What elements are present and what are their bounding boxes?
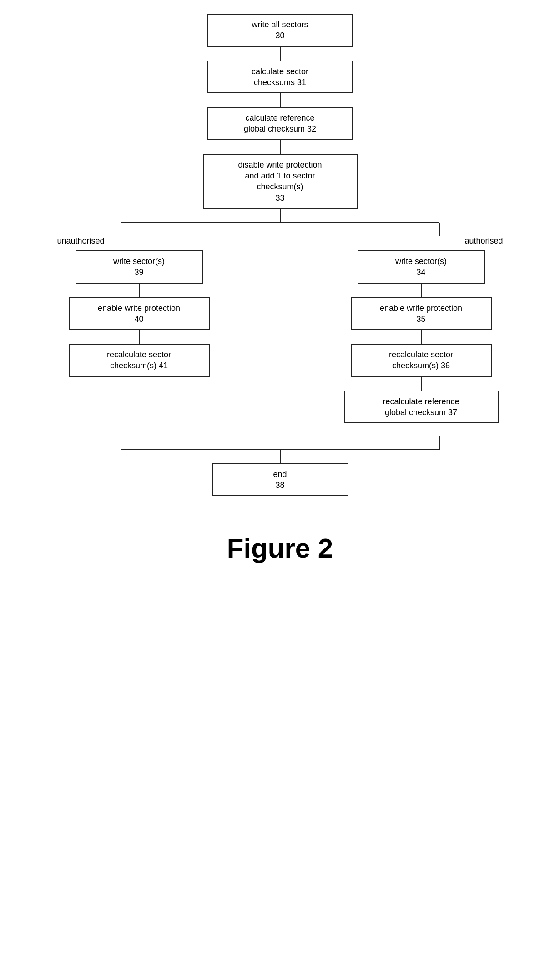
connector: [280, 47, 281, 61]
connector: [421, 377, 422, 391]
branch-left: unauthorised write sector(s) 39 enable w…: [30, 236, 248, 436]
connector: [280, 140, 281, 154]
node-30: write all sectors 30: [207, 14, 353, 47]
label-unauthorised: unauthorised: [57, 236, 105, 246]
node-34: write sector(s) 34: [358, 250, 485, 284]
branch-right: authorised write sector(s) 34 enable wri…: [312, 236, 530, 423]
node-33: disable write protection and add 1 to se…: [203, 154, 358, 209]
node-39: write sector(s) 39: [76, 250, 203, 284]
connector: [139, 284, 140, 297]
node-31: calculate sector checksums 31: [207, 61, 353, 94]
node-35: enable write protection 35: [351, 297, 492, 330]
node-36: recalculate sector checksum(s) 36: [351, 344, 492, 377]
connector: [421, 330, 422, 344]
merge-lines-svg: [30, 436, 530, 463]
branch-split: [30, 209, 530, 236]
node-38: end 38: [212, 463, 348, 497]
merge-lines: [30, 436, 530, 463]
label-authorised: authorised: [464, 236, 503, 246]
node-37: recalculate reference global checksum 37: [344, 391, 499, 424]
node-41: recalculate sector checksum(s) 41: [69, 344, 210, 377]
connector: [421, 284, 422, 297]
branch-lines-svg: [30, 209, 530, 236]
connector: [139, 330, 140, 344]
flowchart-diagram: write all sectors 30 calculate sector ch…: [30, 14, 530, 564]
branch-row: unauthorised write sector(s) 39 enable w…: [30, 236, 530, 436]
node-40: enable write protection 40: [69, 297, 210, 330]
connector: [280, 93, 281, 107]
node-32: calculate reference global checksum 32: [207, 107, 353, 140]
figure-label: Figure 2: [227, 533, 333, 564]
